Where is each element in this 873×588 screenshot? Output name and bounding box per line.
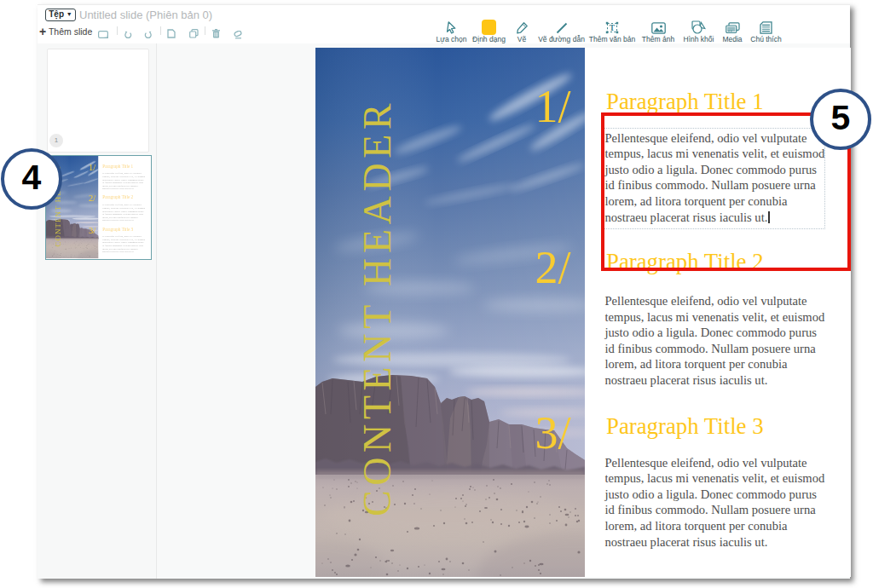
svg-text:1/: 1/ <box>535 81 571 132</box>
svg-text:CONTENT HEADER: CONTENT HEADER <box>356 99 399 516</box>
svg-text:2/: 2/ <box>535 242 571 293</box>
svg-text:2/: 2/ <box>89 193 95 203</box>
svg-text:3/: 3/ <box>535 407 571 458</box>
svg-text:3/: 3/ <box>89 226 95 235</box>
svg-text:T: T <box>610 24 616 32</box>
svg-text:1/: 1/ <box>89 163 95 172</box>
